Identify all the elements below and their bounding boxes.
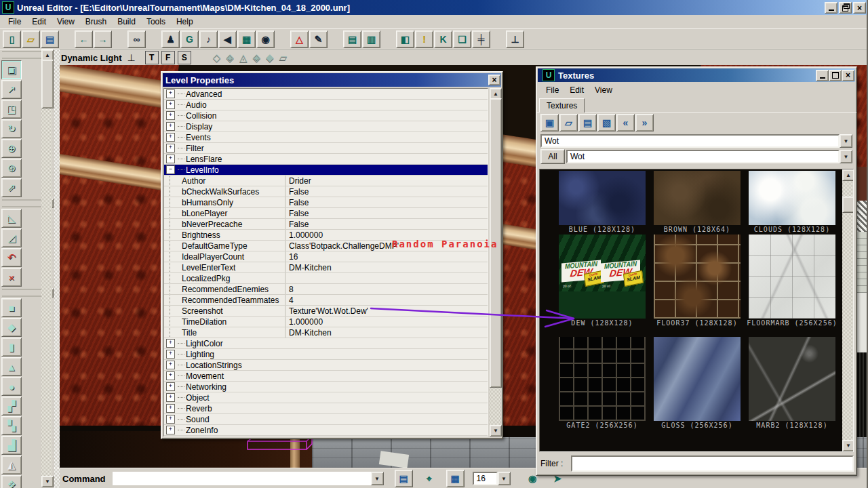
property-value[interactable]: Drider [285,176,311,186]
property-value[interactable]: Texture'Wot.Wot.Dew' [285,306,368,316]
property-value[interactable]: DM-Kitchen [285,263,332,272]
scroll-up-icon[interactable]: ▲ [842,169,854,181]
open-file-icon[interactable]: ▱ [22,30,40,48]
toolbox-scrollbar[interactable]: ▲ ▼ [41,49,52,487]
builder-stairs-icon[interactable]: ▞ [1,396,22,415]
menu-edit[interactable]: Edit [26,16,52,28]
clip-delete-icon[interactable]: × [1,268,22,287]
property-row[interactable]: bCheckWalkSurfacesFalse [164,186,488,197]
build-options-icon[interactable]: ╪ [472,30,490,48]
viewmode-5-icon[interactable]: ◆ [266,52,274,64]
texture-item-clouds[interactable]: CLOUDS (128X128) [745,171,840,235]
expand-box-icon[interactable]: + [166,426,175,434]
expand-box-icon[interactable]: + [166,361,175,369]
minimize-button[interactable] [825,2,837,14]
property-group-row[interactable]: +Sound [164,414,488,425]
texture-thumbnail-marb2[interactable] [749,337,835,421]
expand-box-icon[interactable]: + [166,382,175,391]
property-row[interactable]: bNeverPrecacheFalse [164,219,488,230]
undo-back-icon[interactable]: ← [75,30,93,48]
scrollbar-thumb[interactable] [842,197,854,213]
brush-clip-2-icon[interactable]: ◿ [1,228,22,247]
group-combo[interactable]: Wot ▼ [566,150,852,163]
texture-thumbnail-brown[interactable] [654,171,741,225]
property-group-row[interactable]: +Filter [164,143,488,154]
property-row[interactable]: bLonePlayerFalse [164,208,488,219]
mode-letter-f[interactable]: F [161,51,175,64]
builder-cylinder-icon[interactable]: ▮ [1,338,22,357]
actor-translate-icon[interactable]: ⊕ [1,139,22,158]
vertex-snap-icon[interactable]: ⌖ [421,470,438,487]
property-group-row[interactable]: +Events [164,132,488,143]
texture-thumbnail-dew[interactable]: MOUNTAINDEWQUICKSLAM20 oz.MOUNTAINDEWQUI… [559,235,646,319]
chevron-down-icon[interactable]: ▼ [840,134,852,148]
texture-thumbnail-floormarb[interactable] [749,235,835,319]
property-group-row[interactable]: +LensFlare [164,154,488,165]
group-browser-icon[interactable]: G [180,30,199,48]
texture-item-floormarb[interactable]: FLOORMARB (256X256) [745,235,840,337]
mode-letter-s[interactable]: S [178,51,191,64]
property-row[interactable]: RecommendedEnemies8 [164,284,488,295]
expand-box-icon[interactable]: + [166,339,175,348]
property-row[interactable]: TimeDilation1.000000 [164,317,488,327]
property-group-row[interactable]: +Audio [164,100,488,110]
property-group-row[interactable]: −LevelInfo [164,165,488,176]
mode-letter-t[interactable]: T [145,51,159,64]
texture-thumbnail-blue[interactable] [559,171,646,225]
textures-menu-view[interactable]: View [589,84,618,96]
new-file-icon[interactable]: ▯ [3,30,21,48]
property-value[interactable]: 8 [285,285,294,294]
expand-box-icon[interactable]: + [166,155,175,163]
texture-item-marb2[interactable]: MARB2 (128X128) [745,337,840,439]
texture-item-brown[interactable]: BROWN (128X64) [650,171,745,235]
property-row[interactable]: RecommendedTeammates4 [164,295,488,306]
property-value[interactable]: False [285,187,309,197]
redo-forward-icon[interactable]: → [94,30,112,48]
search-binoculars-icon[interactable]: ∞ [127,30,146,48]
menu-build[interactable]: Build [112,16,141,28]
texture-item-floor37[interactable]: FLOOR37 (128X128) [650,235,745,337]
property-row[interactable]: LevelEnterTextDM-Kitchen [164,262,488,273]
shape-editor-icon[interactable]: △ [290,30,309,48]
texture-scrollbar[interactable]: ▲ ▼ [842,169,853,451]
property-value[interactable]: 1.000000 [285,230,323,240]
expand-box-icon[interactable]: + [166,111,175,120]
property-row[interactable]: LocalizedPkg [164,273,488,284]
brush-rotate-icon[interactable]: ↻ [1,119,22,138]
texture-item-gloss[interactable]: GLOSS (256X256) [650,337,745,439]
open-package-icon[interactable]: ▱ [559,114,578,131]
viewmode-1-icon[interactable]: ◇ [213,52,221,64]
actor-move-icon[interactable]: ↗ [1,80,22,99]
viewmode-3-icon[interactable]: ◬ [239,52,248,64]
property-group-row[interactable]: +Movement [164,371,488,382]
actor-class-browser-icon[interactable]: ▤ [343,30,361,48]
menu-help[interactable]: Help [171,16,199,28]
expand-box-icon[interactable]: + [166,100,175,109]
property-group-row[interactable]: +Display [164,121,488,132]
property-value[interactable]: 16 [285,252,298,262]
property-group-row[interactable]: +LightColor [164,338,488,349]
command-combo[interactable]: ▼ [113,472,384,485]
builder-sphere-icon[interactable]: ● [1,377,22,396]
viewmode-2-icon[interactable]: ◈ [226,52,234,64]
sound-browser-icon[interactable]: ◀ [218,30,237,48]
property-group-row[interactable]: +Advanced [164,89,488,100]
property-group-row[interactable]: +LocationStrings [164,360,488,371]
chevron-down-icon[interactable]: ▼ [840,150,852,163]
add-path-icon[interactable]: K [434,30,452,48]
builder-cube-icon[interactable]: ■ [1,298,22,317]
filter-input[interactable] [571,455,854,472]
resize-gripper[interactable] [856,201,868,232]
property-row[interactable]: TitleDM-Kitchen [164,327,488,338]
property-value[interactable]: False [285,198,309,207]
close-button[interactable]: × [853,2,866,14]
property-value[interactable]: 4 [285,296,294,305]
expand-box-icon[interactable]: + [166,122,175,131]
maximize-button[interactable] [829,70,842,81]
restore-button[interactable] [839,2,852,14]
play-map-icon[interactable]: ⊥ [506,30,524,48]
clip-reverse-icon[interactable]: ↶ [1,248,22,267]
scroll-down-icon[interactable]: ▼ [41,476,54,487]
property-group-row[interactable]: +Lighting [164,349,488,360]
scroll-down-icon[interactable]: ▼ [490,425,502,436]
